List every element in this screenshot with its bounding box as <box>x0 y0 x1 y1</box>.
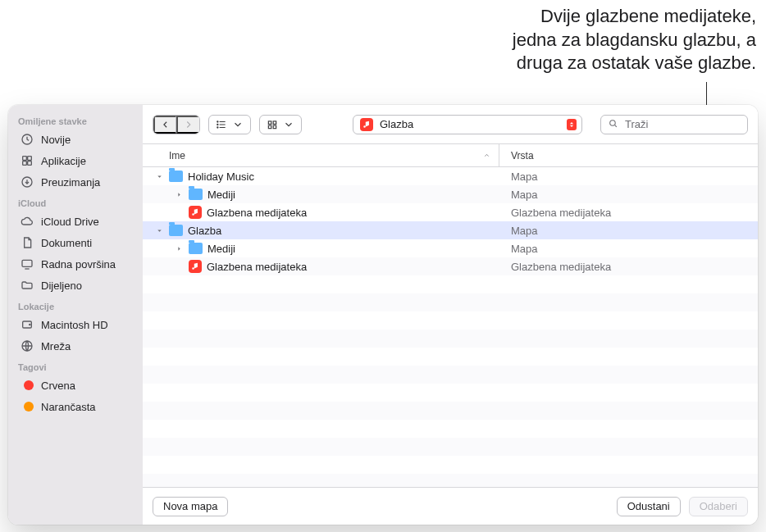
sidebar-item-icloud-drive[interactable]: iCloud Drive <box>16 211 138 231</box>
music-icon <box>360 118 373 131</box>
cancel-label: Odustani <box>627 500 670 512</box>
svg-point-11 <box>217 124 218 125</box>
sidebar-item-label: Mreža <box>41 340 71 352</box>
sidebar-item-label: Aplikacije <box>41 155 86 167</box>
table-row[interactable]: Mediji Mapa <box>143 185 758 203</box>
column-name-header[interactable]: Ime <box>169 150 185 161</box>
file-name: Holiday Music <box>188 171 254 183</box>
sidebar-title-locations: Lokacije <box>18 302 136 311</box>
file-list: Holiday Music Mapa Mediji Mapa <box>143 167 758 487</box>
sidebar-item-label: Narančasta <box>41 401 95 413</box>
doc-icon <box>20 235 34 250</box>
table-row[interactable]: Holiday Music Mapa <box>143 167 758 185</box>
group-by-button[interactable] <box>259 115 302 134</box>
dialog-footer: Nova mapa Odustani Odaberi <box>143 487 758 525</box>
sidebar-tag-red[interactable]: Crvena <box>16 375 138 395</box>
sort-indicator <box>483 152 499 159</box>
table-row[interactable]: Mediji Mapa <box>143 239 758 257</box>
sidebar-item-label: Novije <box>41 134 71 146</box>
svg-rect-4 <box>28 161 32 166</box>
callout-line-2: jedna za blagdansku glazbu, a <box>379 29 756 52</box>
cancel-button[interactable]: Odustani <box>617 497 681 516</box>
sidebar-item-downloads[interactable]: Preuzimanja <box>16 172 138 192</box>
chevron-down-icon <box>232 119 244 130</box>
sidebar-item-label: Preuzimanja <box>41 176 100 189</box>
tag-dot-red-icon <box>20 378 34 393</box>
sidebar-title-tags: Tagovi <box>18 362 136 372</box>
view-list-button[interactable] <box>208 115 251 134</box>
shared-folder-icon <box>20 278 34 293</box>
search-input[interactable] <box>623 117 741 131</box>
download-icon <box>20 175 34 189</box>
sidebar: Omiljene stavke Novije Aplikacije Preuzi… <box>8 105 143 525</box>
folder-icon <box>189 243 203 254</box>
svg-rect-13 <box>268 120 271 124</box>
file-name: Mediji <box>207 189 235 201</box>
finder-window: Omiljene stavke Novije Aplikacije Preuzi… <box>8 105 758 525</box>
sidebar-item-documents[interactable]: Dokumenti <box>16 233 138 252</box>
sidebar-item-shared[interactable]: Dijeljeno <box>16 275 138 295</box>
nav-buttons <box>153 115 200 134</box>
sidebar-title-favorites: Omiljene stavke <box>18 116 136 126</box>
sidebar-item-label: Macintosh HD <box>41 319 108 331</box>
chevron-down-icon <box>283 119 294 130</box>
file-kind: Glazbena medijateka <box>499 207 758 219</box>
callout-line-1: Dvije glazbene medijateke, <box>379 5 756 29</box>
search-icon <box>608 118 618 131</box>
sidebar-item-label: Dokumenti <box>41 237 92 249</box>
desktop-icon <box>20 257 34 271</box>
callout-line-3: druga za ostatak vaše glazbe. <box>379 52 756 75</box>
table-row[interactable]: Glazbena medijateka Glazbena medijateka <box>143 257 758 275</box>
svg-rect-6 <box>22 260 32 266</box>
nav-back-button[interactable] <box>153 116 176 134</box>
new-folder-button[interactable]: Nova mapa <box>153 497 228 516</box>
folder-icon <box>189 189 203 200</box>
tag-dot-orange-icon <box>20 399 34 414</box>
sidebar-tag-orange[interactable]: Narančasta <box>16 397 138 416</box>
globe-icon <box>20 339 34 353</box>
music-library-icon <box>189 260 202 273</box>
column-headers: Ime Vrsta <box>143 144 758 167</box>
callout-text: Dvije glazbene medijateke, jedna za blag… <box>379 5 756 75</box>
sidebar-item-label: Dijeljeno <box>41 280 82 292</box>
sidebar-item-label: Radna površina <box>41 258 116 271</box>
chevron-down-icon[interactable] <box>154 225 164 235</box>
clock-icon <box>20 132 34 147</box>
file-name: Glazbena medijateka <box>207 261 307 273</box>
music-library-icon <box>189 206 202 219</box>
table-row[interactable]: Glazba Mapa <box>143 221 758 239</box>
folder-icon <box>169 225 183 236</box>
table-row[interactable]: Glazbena medijateka Glazbena medijateka <box>143 203 758 221</box>
cloud-icon <box>20 214 34 229</box>
choose-button[interactable]: Odaberi <box>689 497 748 516</box>
chevron-right-icon[interactable] <box>174 189 184 199</box>
sidebar-item-network[interactable]: Mreža <box>16 336 138 356</box>
path-popup[interactable]: Glazba <box>353 115 582 134</box>
apps-icon <box>20 153 34 168</box>
chevron-right-icon[interactable] <box>174 243 184 253</box>
svg-rect-15 <box>268 125 271 129</box>
svg-point-8 <box>30 324 30 325</box>
sidebar-item-desktop[interactable]: Radna površina <box>16 254 138 274</box>
svg-point-12 <box>217 126 218 127</box>
file-kind: Glazbena medijateka <box>499 261 758 273</box>
sidebar-item-applications[interactable]: Aplikacije <box>16 151 138 171</box>
column-kind-header[interactable]: Vrsta <box>511 150 534 161</box>
choose-label: Odaberi <box>700 500 737 512</box>
file-name: Mediji <box>207 243 235 255</box>
file-kind: Mapa <box>499 189 758 201</box>
file-kind: Mapa <box>499 171 758 183</box>
file-kind: Mapa <box>499 243 758 255</box>
svg-rect-3 <box>23 161 27 166</box>
search-box[interactable] <box>600 115 748 134</box>
sidebar-item-recents[interactable]: Novije <box>16 130 138 149</box>
sidebar-item-macintosh-hd[interactable]: Macintosh HD <box>16 315 138 334</box>
disk-icon <box>20 317 34 332</box>
svg-point-17 <box>610 120 616 125</box>
nav-forward-button[interactable] <box>176 116 199 134</box>
chevron-down-icon[interactable] <box>154 171 164 181</box>
svg-rect-2 <box>28 157 32 161</box>
svg-rect-1 <box>23 157 27 161</box>
new-folder-label: Nova mapa <box>163 500 217 512</box>
sidebar-title-icloud: iCloud <box>18 198 136 208</box>
